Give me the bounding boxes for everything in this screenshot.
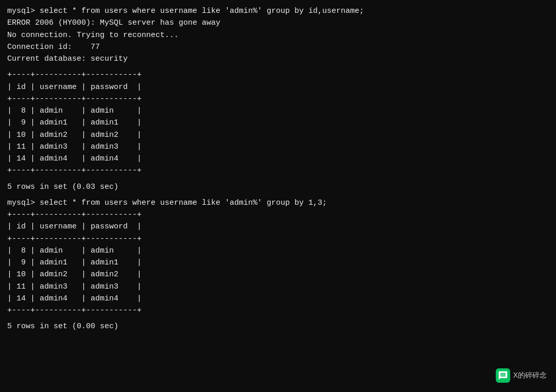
table2-top: +----+----------+-----------+ bbox=[7, 209, 549, 221]
table1-header: | id | username | password | bbox=[7, 81, 549, 93]
watermark-icon bbox=[496, 368, 510, 383]
terminal-window: mysql> select * from users where usernam… bbox=[0, 0, 556, 392]
table1-row1: | 8 | admin | admin | bbox=[7, 105, 549, 117]
table1-bot: +----+----------+-----------+ bbox=[7, 165, 549, 176]
table2-bot: +----+----------+-----------+ bbox=[7, 305, 549, 316]
table2-sep: +----+----------+-----------+ bbox=[7, 233, 549, 245]
watermark-text: X的碎碎念 bbox=[513, 371, 547, 380]
table2-header: | id | username | password | bbox=[7, 221, 549, 233]
table2-row1: | 8 | admin | admin | bbox=[7, 245, 549, 257]
table1-row2: | 9 | admin1 | admin1 | bbox=[7, 117, 549, 129]
curdb-line: Current database: security bbox=[7, 53, 549, 65]
table1-sep: +----+----------+-----------+ bbox=[7, 93, 549, 105]
error-line-1: ERROR 2006 (HY000): MySQL server has gon… bbox=[7, 17, 549, 29]
table1-top: +----+----------+-----------+ bbox=[7, 69, 549, 81]
result-line-1: 5 rows in set (0.03 sec) bbox=[7, 181, 549, 193]
table1-row3: | 10 | admin2 | admin2 | bbox=[7, 129, 549, 141]
query-line-1: mysql> select * from users where usernam… bbox=[7, 5, 549, 17]
result-line-2: 5 rows in set (0.00 sec) bbox=[7, 320, 549, 332]
table1-row4: | 11 | admin3 | admin3 | bbox=[7, 141, 549, 153]
connid-line: Connection id: 77 bbox=[7, 41, 549, 53]
watermark: X的碎碎念 bbox=[496, 368, 547, 383]
table2-row3: | 10 | admin2 | admin2 | bbox=[7, 269, 549, 280]
reconnect-line: No connection. Trying to reconnect... bbox=[7, 29, 549, 41]
table2-row4: | 11 | admin3 | admin3 | bbox=[7, 281, 549, 293]
query-line-2: mysql> select * from users where usernam… bbox=[7, 197, 549, 209]
table1-row5: | 14 | admin4 | admin4 | bbox=[7, 153, 549, 165]
table2-row5: | 14 | admin4 | admin4 | bbox=[7, 293, 549, 305]
table2-row2: | 9 | admin1 | admin1 | bbox=[7, 257, 549, 269]
